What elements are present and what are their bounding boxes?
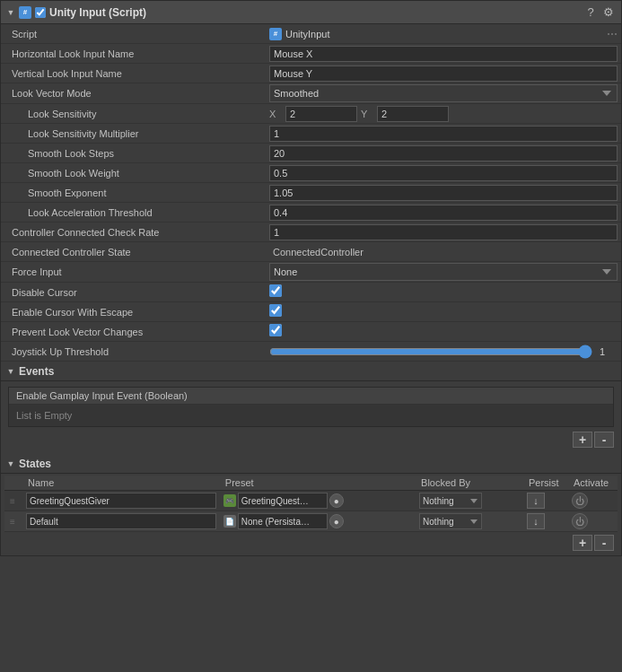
look-sensitivity-row: Look Sensitivity X Y	[1, 104, 621, 124]
states-section-header[interactable]: ▼ States	[1, 454, 621, 474]
preset-input-2[interactable]	[238, 513, 328, 529]
look-vector-value[interactable]: Smoothed Raw	[266, 84, 621, 102]
script-row: Script # UnityInput ⋯	[1, 24, 621, 44]
horizontal-look-value[interactable]	[266, 46, 621, 62]
events-add-remove-row: + -	[4, 429, 618, 450]
preset-icon-2: 📄	[223, 515, 236, 528]
controller-check-row: Controller Connected Check Rate	[1, 223, 621, 242]
smooth-weight-row: Smooth Look Weight	[1, 163, 621, 183]
power-btn-1[interactable]: ⏻	[572, 493, 588, 509]
sensitivity-multiplier-input[interactable]	[269, 126, 618, 142]
sensitivity-y-input[interactable]	[377, 106, 449, 122]
disable-cursor-row: Disable Cursor	[1, 283, 621, 302]
vertical-look-row: Vertical Look Input Name	[1, 64, 621, 83]
blocked-dropdown-1[interactable]: Nothing	[419, 493, 482, 509]
th-blocked-by: Blocked By	[416, 476, 523, 491]
force-input-row: Force Input None	[1, 262, 621, 283]
state-persist-1[interactable]: ↓	[523, 491, 568, 511]
preset-icon-1: 🎮	[223, 494, 236, 507]
help-icon[interactable]: ?	[583, 5, 598, 20]
x-label: X	[269, 109, 282, 119]
smooth-weight-value[interactable]	[266, 165, 621, 181]
vertical-look-label: Vertical Look Input Name	[1, 68, 266, 79]
vertical-look-value[interactable]	[266, 65, 621, 82]
state-name-1	[22, 491, 220, 511]
preset-circle-btn-1[interactable]: ●	[329, 493, 344, 508]
event-header: Enable Gamplay Input Event (Boolean)	[9, 388, 613, 405]
look-accel-value[interactable]	[266, 205, 621, 221]
script-file-icon: #	[269, 28, 282, 40]
controller-check-value[interactable]	[266, 224, 621, 240]
persist-btn-2[interactable]: ↓	[527, 513, 545, 529]
connected-controller-value: ConnectedController	[266, 246, 621, 258]
look-vector-row: Look Vector Mode Smoothed Raw	[1, 83, 621, 104]
blocked-dropdown-2[interactable]: Nothing	[419, 513, 482, 529]
preset-input-1[interactable]	[238, 493, 328, 509]
enabled-checkbox[interactable]	[35, 7, 46, 18]
power-btn-2[interactable]: ⏻	[572, 513, 588, 529]
states-remove-button[interactable]: -	[594, 535, 614, 551]
prevent-look-value	[266, 324, 621, 339]
prevent-look-checkbox[interactable]	[269, 324, 282, 336]
state-activate-2[interactable]: ⏻	[568, 511, 618, 532]
joystick-threshold-label: Joystick Up Threshold	[1, 346, 266, 357]
look-vector-dropdown[interactable]: Smoothed Raw	[269, 84, 618, 102]
drag-handle-1[interactable]: ≡	[4, 491, 22, 511]
state-name-input-1[interactable]	[26, 493, 216, 509]
smooth-weight-input[interactable]	[269, 165, 618, 181]
persist-btn-1[interactable]: ↓	[527, 493, 545, 509]
state-blocked-1[interactable]: Nothing	[416, 491, 523, 511]
disable-cursor-checkbox[interactable]	[269, 284, 282, 297]
look-sensitivity-label: Look Sensitivity	[1, 109, 266, 119]
panel-header: ▼ # Unity Input (Script) ? ⚙	[1, 1, 621, 24]
state-activate-1[interactable]: ⏻	[568, 491, 618, 511]
events-add-button[interactable]: +	[573, 432, 592, 448]
state-blocked-2[interactable]: Nothing	[416, 511, 523, 532]
smooth-exponent-input[interactable]	[269, 185, 618, 201]
th-name: Name	[22, 476, 220, 491]
vertical-look-input[interactable]	[269, 65, 618, 82]
sensitivity-x-input[interactable]	[285, 106, 357, 122]
th-activate: Activate	[568, 476, 618, 491]
force-input-dropdown[interactable]: None	[269, 263, 618, 281]
events-collapse-icon[interactable]: ▼	[6, 367, 15, 376]
state-name-input-2[interactable]	[26, 513, 216, 529]
prevent-look-row: Prevent Look Vector Changes	[1, 322, 621, 342]
force-input-label: Force Input	[1, 266, 266, 277]
events-section-header[interactable]: ▼ Events	[1, 362, 621, 381]
script-menu-icon[interactable]: ⋯	[607, 28, 618, 40]
th-preset: Preset	[220, 476, 416, 491]
states-add-button[interactable]: +	[573, 535, 592, 551]
joystick-threshold-slider[interactable]	[269, 345, 592, 359]
event-empty: List is Empty	[9, 405, 613, 426]
force-input-value[interactable]: None	[266, 263, 621, 281]
horizontal-look-input[interactable]	[269, 46, 618, 62]
enable-cursor-label: Enable Cursor With Escape	[1, 307, 266, 318]
horizontal-look-row: Horizontal Look Input Name	[1, 44, 621, 64]
collapse-icon[interactable]: ▼	[6, 8, 15, 17]
states-section-label: States	[19, 458, 51, 470]
state-row-2: ≡ 📄 ● Nothing	[4, 511, 618, 532]
smooth-steps-input[interactable]	[269, 145, 618, 161]
states-collapse-icon[interactable]: ▼	[6, 459, 15, 468]
panel-title: Unity Input (Script)	[49, 6, 146, 19]
preset-circle-btn-2[interactable]: ●	[329, 514, 344, 528]
states-add-remove-row: + -	[4, 532, 618, 554]
enable-cursor-checkbox[interactable]	[269, 304, 282, 317]
th-drag	[4, 476, 22, 491]
state-preset-1: 🎮 ●	[220, 491, 416, 511]
component-panel: ▼ # Unity Input (Script) ? ⚙ Script # Un…	[0, 0, 622, 556]
drag-icon-1: ≡	[8, 496, 17, 506]
look-accel-input[interactable]	[269, 205, 618, 221]
controller-check-input[interactable]	[269, 224, 618, 240]
smooth-steps-value[interactable]	[266, 145, 621, 161]
horizontal-look-label: Horizontal Look Input Name	[1, 48, 266, 59]
events-remove-button[interactable]: -	[594, 432, 614, 448]
smooth-exponent-value[interactable]	[266, 185, 621, 201]
y-label: Y	[361, 109, 373, 119]
drag-handle-2[interactable]: ≡	[4, 511, 22, 532]
sensitivity-multiplier-value[interactable]	[266, 126, 621, 142]
state-persist-2[interactable]: ↓	[523, 511, 568, 532]
script-label: Script	[1, 29, 266, 39]
gear-icon[interactable]: ⚙	[601, 5, 616, 20]
